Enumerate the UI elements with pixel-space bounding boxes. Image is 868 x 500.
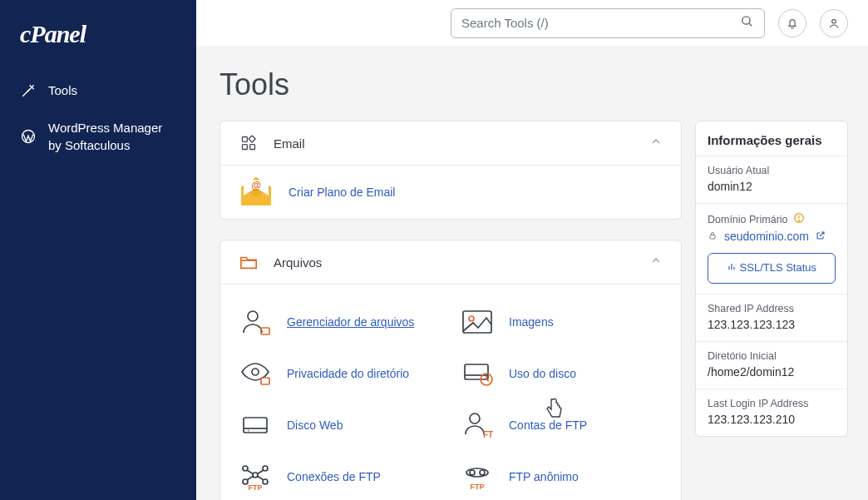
- domain-link[interactable]: seudominio.com: [724, 230, 809, 243]
- chevron-up-icon: [649, 135, 663, 151]
- svg-point-44: [798, 220, 799, 220]
- info-column: Informações gerais Usuário Atual domin12…: [695, 121, 848, 500]
- svg-point-14: [248, 311, 258, 321]
- person-file-icon: [239, 308, 272, 336]
- ssl-status-button[interactable]: SSL/TLS Status: [708, 253, 836, 284]
- info-label: Last Login IP Address: [708, 398, 836, 409]
- info-label: Domínio Primário: [708, 212, 836, 226]
- notifications-button[interactable]: [778, 9, 806, 37]
- svg-point-40: [480, 470, 485, 475]
- logo: cPanel: [0, 20, 196, 72]
- panel-title: Arquivos: [274, 255, 634, 270]
- wordpress-icon: [20, 128, 37, 145]
- svg-text:FTP: FTP: [471, 483, 485, 491]
- svg-line-3: [749, 23, 752, 26]
- network-ftp-icon: FTP: [239, 463, 272, 491]
- user-button[interactable]: [820, 9, 848, 37]
- email-panel-body: @ Criar Plano de Email: [220, 165, 681, 219]
- info-value: 123.123.123.123: [708, 318, 836, 331]
- search-input[interactable]: [461, 16, 740, 30]
- info-label: Usuário Atual: [708, 165, 836, 176]
- svg-rect-45: [710, 235, 715, 240]
- sidebar-item-tools[interactable]: Tools: [0, 72, 196, 109]
- panel-header-email[interactable]: Email: [220, 121, 681, 165]
- folder-icon: [239, 252, 259, 272]
- svg-text:FTP: FTP: [249, 483, 263, 491]
- info-row-home: Diretório Inicial /home2/domin12: [696, 341, 847, 389]
- envelope-icon: @: [239, 177, 274, 207]
- web-disk-item[interactable]: Disco Web: [239, 411, 441, 439]
- panel-title: Email: [274, 136, 634, 151]
- directory-privacy-link[interactable]: Privacidade do diretório: [287, 367, 409, 380]
- images-link[interactable]: Imagens: [509, 315, 554, 329]
- info-row-lastlogin: Last Login IP Address 123.123.123.210: [696, 389, 847, 436]
- main: Tools Email @ Criar Plano: [196, 46, 868, 500]
- svg-line-34: [257, 470, 264, 474]
- svg-line-33: [247, 470, 254, 474]
- info-title: Informações gerais: [696, 121, 847, 156]
- sidebar: cPanel Tools WordPress Manager by Softac…: [0, 0, 196, 500]
- svg-point-39: [470, 470, 475, 475]
- topbar: [196, 0, 868, 46]
- web-disk-link[interactable]: Disco Web: [287, 418, 343, 432]
- search-box[interactable]: [451, 8, 765, 38]
- sidebar-item-label: Tools: [48, 82, 77, 99]
- lock-icon: [708, 230, 718, 243]
- svg-rect-16: [463, 311, 491, 333]
- svg-rect-20: [465, 364, 488, 379]
- bell-icon: [786, 17, 799, 30]
- svg-point-32: [253, 473, 258, 478]
- user-icon: [827, 17, 841, 30]
- ftp-accounts-link[interactable]: Contas de FTP: [509, 418, 587, 432]
- svg-rect-5: [243, 137, 248, 142]
- info-label: Diretório Inicial: [708, 350, 836, 362]
- svg-point-2: [742, 17, 750, 24]
- eye-icon: [239, 359, 272, 388]
- directory-privacy-item[interactable]: Privacidade do diretório: [239, 359, 441, 388]
- sidebar-item-label: WordPress Manager by Softaculous: [48, 119, 176, 154]
- info-value: seudominio.com: [708, 230, 836, 243]
- info-panel: Informações gerais Usuário Atual domin12…: [695, 121, 848, 437]
- svg-rect-8: [249, 136, 255, 142]
- files-panel: Arquivos Gerenciador de arquivos: [219, 240, 682, 500]
- sidebar-item-wordpress[interactable]: WordPress Manager by Softaculous: [0, 109, 196, 164]
- disk-usage-item[interactable]: Uso do disco: [461, 359, 663, 388]
- files-panel-body: Gerenciador de arquivos Imagens: [220, 284, 681, 500]
- columns: Email @ Criar Plano de Email: [219, 121, 848, 500]
- bar-chart-icon: [727, 261, 740, 274]
- left-column: Email @ Criar Plano de Email: [219, 121, 682, 500]
- svg-text:@: @: [251, 180, 261, 191]
- chevron-up-icon: [649, 254, 663, 270]
- page-title: Tools: [219, 67, 848, 102]
- svg-point-18: [252, 369, 259, 375]
- info-label: Shared IP Address: [708, 303, 836, 314]
- ftp-connections-link[interactable]: Conexões de FTP: [287, 470, 381, 483]
- email-panel: Email @ Criar Plano de Email: [219, 121, 682, 220]
- info-value: domin12: [708, 180, 836, 193]
- info-value: /home2/domin12: [708, 365, 836, 379]
- disk-usage-link[interactable]: Uso do disco: [509, 367, 576, 380]
- logo-text: cPanel: [20, 20, 86, 47]
- svg-point-17: [469, 316, 474, 321]
- svg-point-26: [470, 413, 480, 423]
- ftp-connections-item[interactable]: FTP Conexões de FTP: [239, 463, 441, 491]
- search-icon: [740, 14, 754, 32]
- person-ftp-icon: FTP: [461, 411, 494, 439]
- svg-rect-7: [250, 145, 255, 150]
- wrench-icon: [20, 82, 37, 99]
- ftp-anon-link[interactable]: FTP anônimo: [509, 470, 579, 483]
- ftp-accounts-item[interactable]: FTP Contas de FTP: [461, 411, 663, 439]
- file-manager-item[interactable]: Gerenciador de arquivos: [239, 308, 441, 336]
- svg-rect-6: [243, 145, 248, 150]
- create-email-plan-link[interactable]: Criar Plano de Email: [289, 186, 395, 199]
- panel-header-files[interactable]: Arquivos: [220, 240, 681, 284]
- images-item[interactable]: Imagens: [461, 308, 663, 336]
- ftp-anon-item[interactable]: FTP FTP anônimo: [461, 463, 663, 491]
- image-icon: [461, 308, 494, 336]
- disk-clock-icon: [461, 359, 494, 388]
- disk-icon: [239, 411, 272, 439]
- anon-ftp-icon: FTP: [461, 463, 494, 491]
- file-manager-link[interactable]: Gerenciador de arquivos: [287, 315, 414, 329]
- external-link-icon[interactable]: [816, 230, 826, 243]
- svg-point-25: [248, 430, 249, 432]
